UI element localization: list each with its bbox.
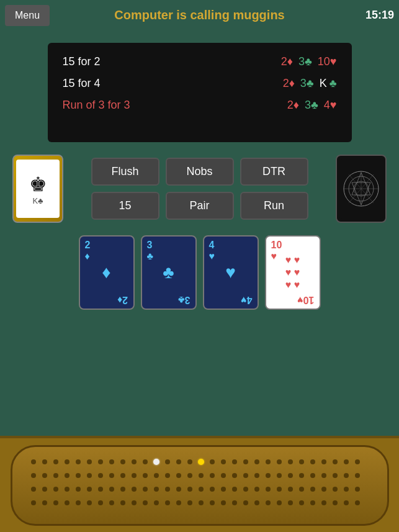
peg-hole	[42, 473, 47, 478]
card-3-clubs: 3♣ ♣ 3♣	[141, 235, 197, 310]
peg-hole	[310, 487, 315, 492]
score-row-2: 15 for 4 2♦ 3♣ K ♣	[63, 77, 337, 90]
king-symbol: ♚	[29, 173, 47, 196]
peg-hole	[187, 459, 192, 464]
dots-track	[12, 447, 387, 524]
score-cards-2: 2♦ 3♣ K ♣	[283, 77, 337, 90]
card-2-diamonds: 2♦ ♦ 2♦	[79, 235, 135, 310]
peg-hole	[243, 473, 248, 478]
peg-hole	[176, 459, 181, 464]
peg-hole	[31, 487, 36, 492]
peg-hole	[120, 500, 125, 505]
king-card-inner: ♚ K♣	[16, 160, 60, 218]
yellow-peg	[198, 459, 204, 465]
peg-hole	[333, 459, 338, 464]
peg-hole	[288, 473, 293, 478]
peg-hole	[76, 487, 81, 492]
peg-hole	[87, 487, 92, 492]
peg-hole	[299, 500, 304, 505]
score-cards-1: 2♦ 3♣ 10♥	[281, 55, 337, 68]
peg-hole	[31, 473, 36, 478]
peg-hole	[266, 473, 271, 478]
card-4h-bottom: 4♥	[241, 294, 252, 305]
peg-hole	[299, 487, 304, 492]
header: Menu Computer is calling muggins 15:19	[0, 0, 399, 30]
peg-hole	[132, 487, 137, 492]
flush-button[interactable]: Flush	[91, 158, 159, 186]
pair-button[interactable]: Pair	[166, 192, 234, 220]
card-3c-center: ♣	[163, 263, 174, 282]
peg-hole	[187, 500, 192, 505]
peg-hole	[310, 459, 315, 464]
peg-hole	[232, 487, 237, 492]
peg-hole	[277, 500, 282, 505]
score-card-3c-2: 3♣	[297, 77, 314, 90]
peg-hole	[210, 459, 215, 464]
peg-hole	[321, 473, 326, 478]
fifteen-button[interactable]: 15	[91, 192, 159, 220]
peg-hole	[321, 487, 326, 492]
peg-hole	[210, 473, 215, 478]
peg-hole	[120, 473, 125, 478]
card-2d-bottom: 2♦	[117, 294, 128, 305]
card-2d-top: 2♦	[85, 240, 91, 262]
peg-hole	[221, 487, 226, 492]
score-card-10h: 10♥	[315, 55, 337, 68]
peg-hole	[165, 459, 170, 464]
peg-hole	[154, 473, 159, 478]
peg-hole	[31, 459, 36, 464]
peg-hole	[333, 500, 338, 505]
peg-hole	[321, 459, 326, 464]
peg-hole	[132, 500, 137, 505]
king-suit-label: K♣	[32, 196, 43, 205]
peg-hole	[310, 473, 315, 478]
peg-hole	[143, 500, 148, 505]
card-10h-bottom: 10♥	[297, 294, 314, 305]
peg-hole	[143, 473, 148, 478]
peg-hole	[65, 473, 69, 478]
score-card-kc: ♣	[330, 77, 337, 90]
run-button[interactable]: Run	[240, 192, 308, 220]
button-row-2: 15 Pair Run	[91, 192, 308, 220]
peg-hole	[254, 459, 259, 464]
peg-hole	[344, 459, 349, 464]
card-10-hearts: 10♥ ♥ ♥ ♥ ♥ ♥ ♥ 10♥	[265, 235, 321, 310]
dtr-button[interactable]: DTR	[240, 158, 308, 186]
peg-hole	[42, 459, 47, 464]
peg-hole	[176, 487, 181, 492]
peg-hole	[87, 500, 92, 505]
peg-hole	[288, 500, 293, 505]
card-3c-bottom: 3♣	[178, 294, 190, 305]
score-label-1: 15 for 2	[63, 55, 101, 68]
score-label-3: Run of 3 for 3	[63, 99, 130, 112]
peg-hole	[210, 487, 215, 492]
peg-hole	[109, 459, 114, 464]
peg-hole	[221, 500, 226, 505]
score-card-k: K	[316, 77, 327, 90]
peg-hole	[232, 500, 237, 505]
peg-hole	[344, 500, 349, 505]
peg-hole	[165, 473, 170, 478]
button-row-1: Flush Nobs DTR	[91, 158, 308, 186]
score-card-2d-2: 2♦	[283, 77, 295, 90]
card-10h-pips: ♥ ♥ ♥ ♥ ♥ ♥	[285, 255, 300, 291]
peg-hole	[243, 459, 248, 464]
peg-hole	[87, 473, 92, 478]
peg-hole	[65, 487, 69, 492]
peg-hole	[254, 473, 259, 478]
score-label-2: 15 for 4	[63, 77, 101, 90]
peg-hole	[165, 500, 170, 505]
peg-hole	[165, 487, 170, 492]
peg-hole	[355, 487, 360, 492]
peg-hole	[277, 487, 282, 492]
peg-hole	[76, 459, 81, 464]
score-row-1: 15 for 2 2♦ 3♣ 10♥	[63, 55, 337, 68]
peg-hole	[199, 500, 204, 505]
menu-button[interactable]: Menu	[5, 5, 50, 26]
card-10h-top: 10♥	[271, 240, 282, 262]
peg-hole	[143, 487, 148, 492]
peg-hole	[232, 473, 237, 478]
peg-hole	[109, 473, 114, 478]
nobs-button[interactable]: Nobs	[166, 158, 234, 186]
peg-hole	[53, 473, 58, 478]
